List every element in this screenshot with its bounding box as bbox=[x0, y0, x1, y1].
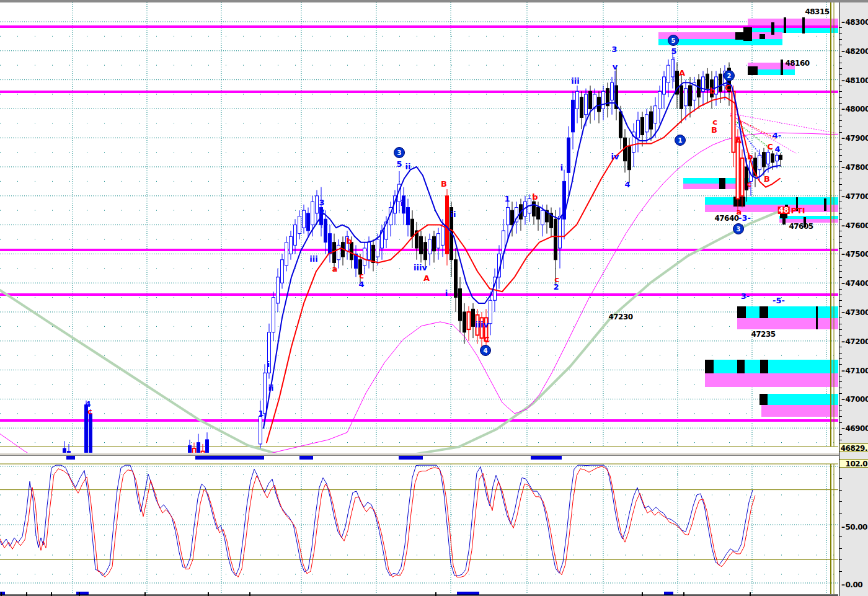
price-axis-label: 47000 bbox=[841, 395, 868, 404]
candle-body bbox=[567, 138, 570, 172]
candle-body bbox=[684, 89, 688, 106]
candle-body bbox=[368, 242, 371, 260]
price-axis-label: 46900 bbox=[841, 424, 868, 433]
band-mark bbox=[760, 306, 768, 318]
oscillator-zero-label: 0.00 bbox=[841, 580, 862, 589]
price-axis-minor-tick bbox=[839, 45, 842, 45]
price-axis-minor-tick bbox=[839, 149, 842, 150]
candle-body bbox=[511, 210, 514, 225]
candle-body bbox=[741, 158, 744, 196]
chart-canvas[interactable] bbox=[0, 0, 868, 596]
fast-red-ma bbox=[267, 97, 780, 443]
wave-label: 4 bbox=[774, 145, 780, 153]
price-axis-minor-tick bbox=[839, 388, 842, 388]
band-mark bbox=[781, 60, 783, 75]
wave-label: 3 bbox=[611, 45, 617, 53]
price-axis-minor-tick bbox=[839, 190, 842, 190]
candle-body bbox=[467, 312, 471, 329]
candle-body bbox=[472, 309, 475, 326]
wave-label: 3- bbox=[741, 292, 750, 300]
price-axis-minor-tick bbox=[839, 155, 842, 156]
wave-label: iv bbox=[611, 153, 619, 161]
wave-label: a bbox=[332, 265, 338, 273]
candle-body bbox=[298, 216, 301, 234]
price-axis-minor-tick bbox=[839, 411, 842, 411]
price-annotation: 48315 bbox=[805, 8, 829, 16]
price-annotation: 47640 bbox=[714, 215, 738, 222]
projection-band bbox=[705, 373, 838, 387]
candle-body bbox=[732, 91, 735, 152]
price-axis-label: 48100 bbox=[841, 76, 868, 85]
wave-label: iiiv bbox=[475, 321, 489, 329]
band-mark bbox=[719, 178, 725, 189]
price-axis-minor-tick bbox=[839, 184, 842, 185]
price-axis-minor-tick bbox=[839, 161, 842, 162]
price-axis-minor-tick bbox=[839, 440, 842, 440]
candle-body bbox=[554, 219, 557, 260]
price-axis-minor-tick bbox=[839, 335, 842, 336]
candle-body bbox=[303, 210, 306, 228]
wave-label: 48 bbox=[778, 207, 790, 214]
wave-label: b bbox=[532, 193, 538, 201]
candle-body bbox=[779, 155, 782, 159]
panel-splitter[interactable] bbox=[0, 453, 868, 456]
wave-label: A bbox=[735, 136, 742, 145]
wave-circle-label: 2 bbox=[724, 70, 735, 81]
projection-band bbox=[737, 318, 838, 329]
candle-body bbox=[641, 117, 644, 135]
candle-body bbox=[459, 289, 462, 321]
band-mark bbox=[737, 360, 745, 373]
wave-label: ii bbox=[268, 384, 274, 392]
projection-band bbox=[705, 197, 838, 205]
wave-label: i bbox=[401, 199, 403, 207]
candle-body bbox=[507, 208, 510, 225]
band-mark bbox=[760, 34, 765, 39]
oscillator-mid-label: 50.00 bbox=[841, 523, 867, 532]
band-mark bbox=[760, 394, 768, 405]
price-axis-minor-tick bbox=[839, 103, 842, 104]
candle-body bbox=[580, 97, 583, 118]
band-mark bbox=[737, 306, 746, 318]
trend-marker-bar bbox=[457, 592, 479, 595]
price-axis-minor-tick bbox=[839, 329, 842, 330]
projection-band bbox=[760, 394, 838, 405]
oscillator-axis-minor-tick bbox=[839, 501, 842, 502]
candle-body bbox=[706, 74, 709, 88]
price-axis-minor-tick bbox=[839, 39, 842, 40]
wave-label: 4- bbox=[773, 131, 781, 140]
wave-label: -3- bbox=[738, 214, 751, 222]
wave-label: A bbox=[679, 69, 685, 77]
price-axis-minor-tick bbox=[839, 271, 842, 272]
price-axis-minor-tick bbox=[839, 56, 842, 57]
candle-body bbox=[324, 219, 327, 242]
candle-body bbox=[285, 242, 288, 265]
wave-label: c bbox=[87, 407, 92, 416]
band-mark bbox=[735, 32, 743, 40]
price-axis-minor-tick bbox=[839, 422, 842, 423]
price-axis[interactable]: 4830048200481004800047900478004770047600… bbox=[839, 2, 868, 596]
candle-body bbox=[441, 225, 445, 246]
trading-chart-window: 4c1iiiiii3vabc45iiiBiiiiiivAiiivC1bic2ii… bbox=[0, 0, 868, 596]
candle-body bbox=[719, 74, 722, 91]
candle-body bbox=[437, 234, 440, 248]
candle-body bbox=[264, 373, 267, 414]
price-axis-minor-tick bbox=[839, 120, 842, 121]
candle-body bbox=[272, 298, 275, 332]
oscillator-axis-minor-tick bbox=[839, 478, 842, 479]
wave-label: iiiv bbox=[414, 264, 427, 272]
candle-body bbox=[589, 91, 592, 109]
candle-body bbox=[281, 260, 284, 283]
price-axis-minor-tick bbox=[839, 33, 842, 34]
candle-body bbox=[763, 153, 766, 167]
price-axis-minor-tick bbox=[839, 248, 842, 249]
price-axis-minor-tick bbox=[839, 347, 842, 347]
oscillator-slow-line bbox=[0, 466, 755, 577]
wave-label: C bbox=[767, 143, 773, 151]
fast-blue-ma bbox=[264, 82, 780, 428]
band-mark bbox=[802, 17, 805, 33]
price-axis-minor-tick bbox=[839, 242, 842, 243]
wave-circle-label: 1 bbox=[675, 135, 686, 146]
candle-body bbox=[329, 234, 332, 254]
candle-body bbox=[689, 86, 692, 106]
price-axis-minor-tick bbox=[839, 265, 842, 266]
